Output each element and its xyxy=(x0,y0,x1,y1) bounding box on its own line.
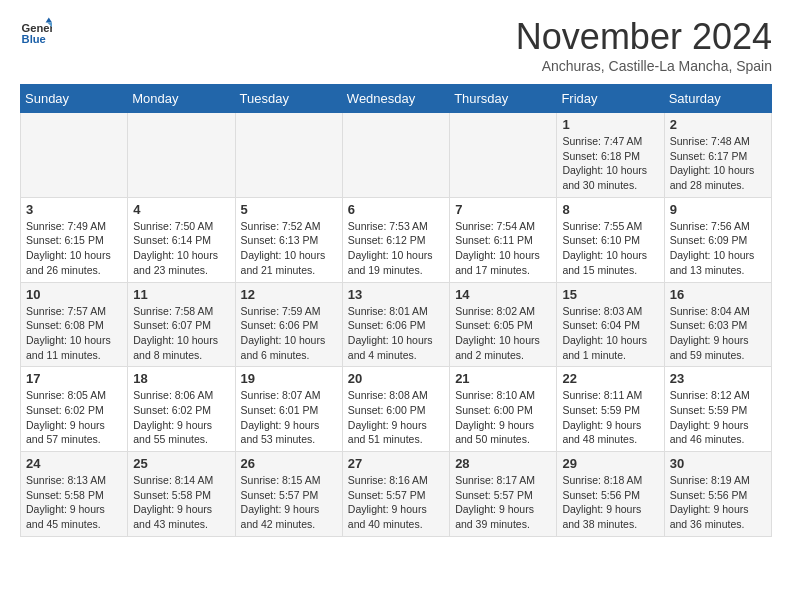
calendar-cell: 23Sunrise: 8:12 AM Sunset: 5:59 PM Dayli… xyxy=(664,367,771,452)
cell-info: Sunrise: 8:02 AM Sunset: 6:05 PM Dayligh… xyxy=(455,304,551,363)
cell-info: Sunrise: 7:57 AM Sunset: 6:08 PM Dayligh… xyxy=(26,304,122,363)
calendar-cell: 4Sunrise: 7:50 AM Sunset: 6:14 PM Daylig… xyxy=(128,197,235,282)
calendar-cell xyxy=(21,113,128,198)
cell-info: Sunrise: 8:19 AM Sunset: 5:56 PM Dayligh… xyxy=(670,473,766,532)
day-number: 27 xyxy=(348,456,444,471)
svg-text:General: General xyxy=(22,22,52,34)
day-number: 14 xyxy=(455,287,551,302)
calendar-table: SundayMondayTuesdayWednesdayThursdayFrid… xyxy=(20,84,772,537)
cell-info: Sunrise: 8:05 AM Sunset: 6:02 PM Dayligh… xyxy=(26,388,122,447)
logo: General Blue xyxy=(20,16,52,48)
calendar-cell: 1Sunrise: 7:47 AM Sunset: 6:18 PM Daylig… xyxy=(557,113,664,198)
weekday-header-monday: Monday xyxy=(128,85,235,113)
day-number: 4 xyxy=(133,202,229,217)
calendar-cell: 27Sunrise: 8:16 AM Sunset: 5:57 PM Dayli… xyxy=(342,452,449,537)
calendar-cell: 19Sunrise: 8:07 AM Sunset: 6:01 PM Dayli… xyxy=(235,367,342,452)
day-number: 3 xyxy=(26,202,122,217)
cell-info: Sunrise: 8:12 AM Sunset: 5:59 PM Dayligh… xyxy=(670,388,766,447)
location-subtitle: Anchuras, Castille-La Mancha, Spain xyxy=(516,58,772,74)
calendar-cell xyxy=(128,113,235,198)
calendar-cell: 3Sunrise: 7:49 AM Sunset: 6:15 PM Daylig… xyxy=(21,197,128,282)
calendar-cell: 11Sunrise: 7:58 AM Sunset: 6:07 PM Dayli… xyxy=(128,282,235,367)
weekday-header-friday: Friday xyxy=(557,85,664,113)
calendar-cell: 15Sunrise: 8:03 AM Sunset: 6:04 PM Dayli… xyxy=(557,282,664,367)
cell-info: Sunrise: 8:16 AM Sunset: 5:57 PM Dayligh… xyxy=(348,473,444,532)
calendar-cell: 2Sunrise: 7:48 AM Sunset: 6:17 PM Daylig… xyxy=(664,113,771,198)
calendar-cell: 18Sunrise: 8:06 AM Sunset: 6:02 PM Dayli… xyxy=(128,367,235,452)
calendar-cell xyxy=(450,113,557,198)
cell-info: Sunrise: 8:17 AM Sunset: 5:57 PM Dayligh… xyxy=(455,473,551,532)
svg-marker-2 xyxy=(46,18,52,23)
calendar-cell: 13Sunrise: 8:01 AM Sunset: 6:06 PM Dayli… xyxy=(342,282,449,367)
day-number: 1 xyxy=(562,117,658,132)
cell-info: Sunrise: 7:53 AM Sunset: 6:12 PM Dayligh… xyxy=(348,219,444,278)
calendar-cell xyxy=(235,113,342,198)
logo-icon: General Blue xyxy=(20,16,52,48)
day-number: 25 xyxy=(133,456,229,471)
calendar-cell: 9Sunrise: 7:56 AM Sunset: 6:09 PM Daylig… xyxy=(664,197,771,282)
week-row-4: 17Sunrise: 8:05 AM Sunset: 6:02 PM Dayli… xyxy=(21,367,772,452)
cell-info: Sunrise: 8:03 AM Sunset: 6:04 PM Dayligh… xyxy=(562,304,658,363)
weekday-header-wednesday: Wednesday xyxy=(342,85,449,113)
weekday-header-row: SundayMondayTuesdayWednesdayThursdayFrid… xyxy=(21,85,772,113)
calendar-cell: 12Sunrise: 7:59 AM Sunset: 6:06 PM Dayli… xyxy=(235,282,342,367)
page-header: General Blue November 2024 Anchuras, Cas… xyxy=(20,16,772,74)
calendar-cell: 6Sunrise: 7:53 AM Sunset: 6:12 PM Daylig… xyxy=(342,197,449,282)
calendar-cell: 22Sunrise: 8:11 AM Sunset: 5:59 PM Dayli… xyxy=(557,367,664,452)
calendar-cell: 29Sunrise: 8:18 AM Sunset: 5:56 PM Dayli… xyxy=(557,452,664,537)
day-number: 30 xyxy=(670,456,766,471)
calendar-cell xyxy=(342,113,449,198)
day-number: 5 xyxy=(241,202,337,217)
day-number: 26 xyxy=(241,456,337,471)
day-number: 9 xyxy=(670,202,766,217)
day-number: 23 xyxy=(670,371,766,386)
day-number: 12 xyxy=(241,287,337,302)
cell-info: Sunrise: 7:48 AM Sunset: 6:17 PM Dayligh… xyxy=(670,134,766,193)
cell-info: Sunrise: 8:14 AM Sunset: 5:58 PM Dayligh… xyxy=(133,473,229,532)
calendar-cell: 5Sunrise: 7:52 AM Sunset: 6:13 PM Daylig… xyxy=(235,197,342,282)
calendar-cell: 26Sunrise: 8:15 AM Sunset: 5:57 PM Dayli… xyxy=(235,452,342,537)
day-number: 10 xyxy=(26,287,122,302)
cell-info: Sunrise: 8:07 AM Sunset: 6:01 PM Dayligh… xyxy=(241,388,337,447)
day-number: 13 xyxy=(348,287,444,302)
svg-text:Blue: Blue xyxy=(22,33,46,45)
calendar-cell: 16Sunrise: 8:04 AM Sunset: 6:03 PM Dayli… xyxy=(664,282,771,367)
weekday-header-tuesday: Tuesday xyxy=(235,85,342,113)
weekday-header-saturday: Saturday xyxy=(664,85,771,113)
calendar-cell: 17Sunrise: 8:05 AM Sunset: 6:02 PM Dayli… xyxy=(21,367,128,452)
month-title: November 2024 xyxy=(516,16,772,58)
week-row-5: 24Sunrise: 8:13 AM Sunset: 5:58 PM Dayli… xyxy=(21,452,772,537)
cell-info: Sunrise: 7:50 AM Sunset: 6:14 PM Dayligh… xyxy=(133,219,229,278)
cell-info: Sunrise: 8:15 AM Sunset: 5:57 PM Dayligh… xyxy=(241,473,337,532)
week-row-1: 1Sunrise: 7:47 AM Sunset: 6:18 PM Daylig… xyxy=(21,113,772,198)
week-row-3: 10Sunrise: 7:57 AM Sunset: 6:08 PM Dayli… xyxy=(21,282,772,367)
calendar-cell: 7Sunrise: 7:54 AM Sunset: 6:11 PM Daylig… xyxy=(450,197,557,282)
cell-info: Sunrise: 7:58 AM Sunset: 6:07 PM Dayligh… xyxy=(133,304,229,363)
weekday-header-sunday: Sunday xyxy=(21,85,128,113)
cell-info: Sunrise: 7:59 AM Sunset: 6:06 PM Dayligh… xyxy=(241,304,337,363)
cell-info: Sunrise: 8:13 AM Sunset: 5:58 PM Dayligh… xyxy=(26,473,122,532)
cell-info: Sunrise: 8:04 AM Sunset: 6:03 PM Dayligh… xyxy=(670,304,766,363)
day-number: 2 xyxy=(670,117,766,132)
cell-info: Sunrise: 8:10 AM Sunset: 6:00 PM Dayligh… xyxy=(455,388,551,447)
calendar-cell: 30Sunrise: 8:19 AM Sunset: 5:56 PM Dayli… xyxy=(664,452,771,537)
calendar-cell: 24Sunrise: 8:13 AM Sunset: 5:58 PM Dayli… xyxy=(21,452,128,537)
cell-info: Sunrise: 7:55 AM Sunset: 6:10 PM Dayligh… xyxy=(562,219,658,278)
cell-info: Sunrise: 8:01 AM Sunset: 6:06 PM Dayligh… xyxy=(348,304,444,363)
cell-info: Sunrise: 7:47 AM Sunset: 6:18 PM Dayligh… xyxy=(562,134,658,193)
day-number: 16 xyxy=(670,287,766,302)
day-number: 18 xyxy=(133,371,229,386)
calendar-cell: 21Sunrise: 8:10 AM Sunset: 6:00 PM Dayli… xyxy=(450,367,557,452)
calendar-cell: 25Sunrise: 8:14 AM Sunset: 5:58 PM Dayli… xyxy=(128,452,235,537)
cell-info: Sunrise: 7:56 AM Sunset: 6:09 PM Dayligh… xyxy=(670,219,766,278)
weekday-header-thursday: Thursday xyxy=(450,85,557,113)
cell-info: Sunrise: 8:18 AM Sunset: 5:56 PM Dayligh… xyxy=(562,473,658,532)
cell-info: Sunrise: 8:11 AM Sunset: 5:59 PM Dayligh… xyxy=(562,388,658,447)
calendar-cell: 14Sunrise: 8:02 AM Sunset: 6:05 PM Dayli… xyxy=(450,282,557,367)
calendar-cell: 10Sunrise: 7:57 AM Sunset: 6:08 PM Dayli… xyxy=(21,282,128,367)
day-number: 8 xyxy=(562,202,658,217)
day-number: 20 xyxy=(348,371,444,386)
day-number: 11 xyxy=(133,287,229,302)
cell-info: Sunrise: 7:52 AM Sunset: 6:13 PM Dayligh… xyxy=(241,219,337,278)
day-number: 22 xyxy=(562,371,658,386)
